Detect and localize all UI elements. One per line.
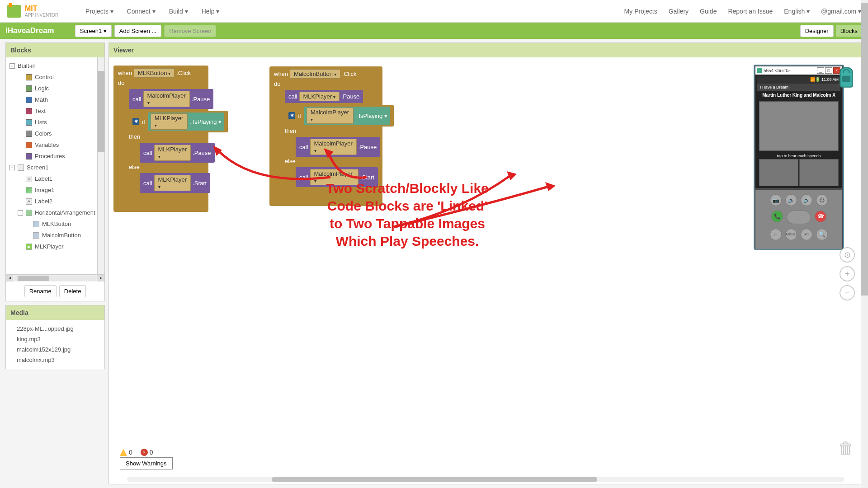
component-dropdown[interactable]: MLKPlayer xyxy=(154,175,191,191)
emulator-statusbar: 📶🔋 11:09 AM xyxy=(757,76,840,84)
remove-screen-button[interactable]: Remove Screen xyxy=(164,25,216,37)
media-file[interactable]: king.mp3 xyxy=(9,334,101,344)
trash-icon[interactable]: 🗑 xyxy=(838,439,854,459)
maximize-icon[interactable]: □ xyxy=(825,67,832,74)
volume-down-icon[interactable]: 🔉 xyxy=(785,194,797,206)
component-dropdown[interactable]: MalcolmPlayer xyxy=(143,91,190,107)
emulator-mlk-image[interactable] xyxy=(759,159,798,186)
category-color-icon xyxy=(26,119,32,126)
menu-myprojects[interactable]: My Projects xyxy=(624,8,657,15)
cat-text[interactable]: Text xyxy=(6,105,104,117)
call-block[interactable]: call MLKPlayer .Pause xyxy=(285,90,363,103)
component-dropdown[interactable]: MLKPlayer xyxy=(154,145,191,161)
collapse-icon[interactable]: − xyxy=(18,210,23,216)
scrollbar-thumb[interactable] xyxy=(98,71,104,152)
tree-hscrollbar[interactable]: ◂ ▸ xyxy=(6,274,104,282)
component-dropdown[interactable]: MalcolmButton xyxy=(290,69,340,79)
search-icon[interactable]: 🔍 xyxy=(816,229,828,240)
cat-control[interactable]: Control xyxy=(6,71,104,83)
menu-projects[interactable]: Projects ▾ xyxy=(85,8,113,15)
category-color-icon xyxy=(26,85,32,92)
camera-icon[interactable]: 📷 xyxy=(770,194,782,206)
component-dropdown[interactable]: MLKPlayer xyxy=(151,113,188,130)
media-file[interactable]: malcolmx.mp3 xyxy=(9,355,101,365)
back-icon[interactable]: ↶ xyxy=(801,229,812,240)
center-icon[interactable]: ⊙ xyxy=(840,247,855,263)
emulator-title: 5554:<build> xyxy=(764,68,790,73)
scroll-left-icon[interactable]: ◂ xyxy=(6,275,13,282)
logo[interactable]: MIT APP INVENTOR xyxy=(7,5,58,18)
menu-icon[interactable]: MENU xyxy=(785,229,797,240)
dpad[interactable] xyxy=(787,211,811,224)
add-screen-button[interactable]: Add Screen ... xyxy=(114,25,161,37)
canvas-hscrollbar[interactable] xyxy=(127,477,844,482)
cat-lists[interactable]: Lists xyxy=(6,117,104,128)
show-warnings-button[interactable]: Show Warnings xyxy=(120,457,173,469)
cat-colors[interactable]: Colors xyxy=(6,128,104,139)
hangup-icon[interactable]: ☎ xyxy=(815,211,826,222)
blocks-tab[interactable]: Blocks xyxy=(835,25,863,37)
menu-gallery[interactable]: Gallery xyxy=(669,8,689,15)
collapse-icon[interactable]: − xyxy=(9,165,15,170)
component-dropdown[interactable]: MLKPlayer xyxy=(299,92,340,101)
emulator-window[interactable]: 5554:<build> _ □ × 📶🔋 11:09 AM I Have a … xyxy=(754,65,844,250)
condition-block[interactable]: MalcolmPlayer. IsPlaying ▾ xyxy=(304,107,390,125)
call-icon[interactable]: 📞 xyxy=(771,211,783,222)
condition-block[interactable]: MLKPlayer. IsPlaying ▾ xyxy=(148,113,225,131)
cat-variables[interactable]: Variables xyxy=(6,139,104,150)
media-file[interactable]: malcolm152x129.jpg xyxy=(9,344,101,355)
menu-guide[interactable]: Guide xyxy=(700,8,717,15)
designer-tab[interactable]: Designer xyxy=(800,25,834,37)
zoom-in-icon[interactable]: + xyxy=(840,266,855,282)
comp-mlkbutton[interactable]: MLKButton xyxy=(6,218,104,230)
scrollbar-thumb[interactable] xyxy=(861,3,868,296)
blocks-tree[interactable]: − Built-in Control Logic Math Text Lists… xyxy=(6,57,104,274)
if-block[interactable]: ✱if MLKPlayer. IsPlaying ▾ xyxy=(129,111,228,132)
tree-builtin[interactable]: − Built-in xyxy=(6,60,104,71)
power-icon[interactable]: ⏻ xyxy=(816,194,828,206)
category-color-icon xyxy=(26,97,32,103)
rename-button[interactable]: Rename xyxy=(24,285,57,297)
gear-icon[interactable]: ✱ xyxy=(132,118,139,125)
menu-help[interactable]: Help ▾ xyxy=(202,8,220,15)
zoom-out-icon[interactable]: − xyxy=(840,285,855,300)
menu-email[interactable]: @gmail.com ▾ xyxy=(821,8,861,15)
delete-button[interactable]: Delete xyxy=(59,285,86,297)
emulator-titlebar[interactable]: 5554:<build> _ □ × xyxy=(755,66,842,75)
when-block-mlk[interactable]: when MLKButton .Click do call MalcolmPla… xyxy=(113,66,208,212)
comp-malcolmbutton[interactable]: MalcolmButton xyxy=(6,230,104,241)
collapse-icon[interactable]: − xyxy=(9,63,15,69)
media-file[interactable]: 228px-ML...opped.jpg xyxy=(9,324,101,334)
home-icon[interactable]: ⌂ xyxy=(770,229,782,240)
menu-english[interactable]: English ▾ xyxy=(784,8,810,15)
call-block[interactable]: call MalcolmPlayer .Pause xyxy=(129,89,213,109)
gear-icon[interactable]: ✱ xyxy=(288,112,295,119)
cat-logic[interactable]: Logic xyxy=(6,83,104,94)
cat-procedures[interactable]: Procedures xyxy=(6,150,104,162)
tree-screen1[interactable]: − Screen1 xyxy=(6,162,104,173)
volume-up-icon[interactable]: 🔊 xyxy=(801,194,812,206)
component-dropdown[interactable]: MLKButton xyxy=(134,68,175,78)
if-block[interactable]: ✱if MalcolmPlayer. IsPlaying ▾ xyxy=(285,105,394,127)
emulator-main-image[interactable] xyxy=(759,101,839,151)
scrollbar-thumb[interactable] xyxy=(18,276,49,281)
scrollbar-thumb[interactable] xyxy=(272,477,597,482)
component-dropdown[interactable]: MalcolmPlayer xyxy=(307,108,354,124)
comp-label1[interactable]: ALabel1 xyxy=(6,173,104,184)
emulator-malcolm-image[interactable] xyxy=(799,159,839,186)
minimize-icon[interactable]: _ xyxy=(817,67,824,74)
comp-mlkplayer[interactable]: ▶MLKPlayer xyxy=(6,241,104,252)
menu-connect[interactable]: Connect ▾ xyxy=(127,8,156,15)
menu-report[interactable]: Report an Issue xyxy=(728,8,773,15)
comp-image1[interactable]: Image1 xyxy=(6,184,104,196)
backpack-icon[interactable] xyxy=(836,66,857,88)
cat-math[interactable]: Math xyxy=(6,94,104,105)
scroll-right-icon[interactable]: ▸ xyxy=(97,275,104,282)
screen-selector[interactable]: Screen1 ▾ xyxy=(75,25,112,37)
tree-vscrollbar[interactable] xyxy=(97,57,104,274)
window-vscrollbar[interactable] xyxy=(861,0,868,488)
menu-build[interactable]: Build ▾ xyxy=(169,8,188,15)
comp-label2[interactable]: ALabel2 xyxy=(6,196,104,207)
comp-harrangement[interactable]: −HorizontalArrangement xyxy=(6,207,104,218)
blocks-canvas[interactable]: when MLKButton .Click do call MalcolmPla… xyxy=(109,57,862,477)
